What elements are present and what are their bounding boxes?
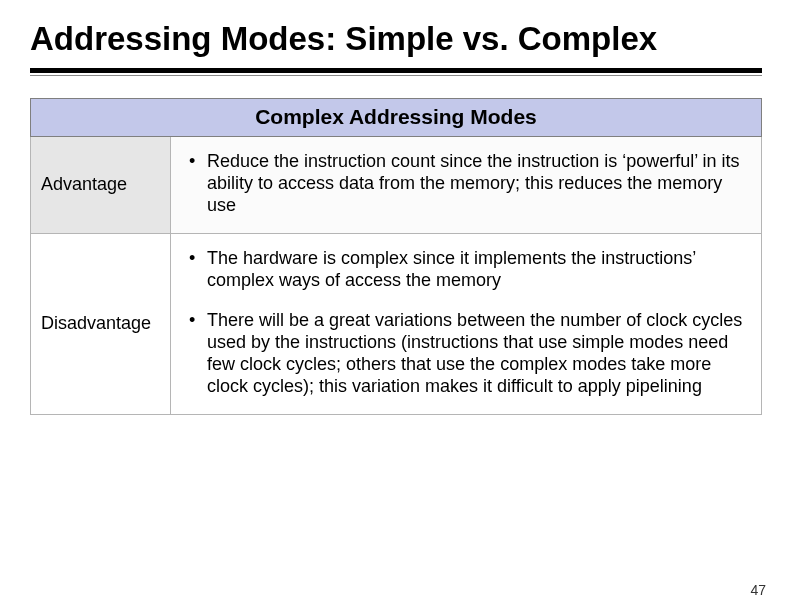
bullet-item: There will be a great variations between… <box>185 310 747 398</box>
bullet-item: The hardware is complex since it impleme… <box>185 248 747 292</box>
slide: Addressing Modes: Simple vs. Complex Com… <box>0 0 792 612</box>
row-content-disadvantage: The hardware is complex since it impleme… <box>171 233 762 414</box>
title-rule <box>30 68 762 76</box>
row-label-disadvantage: Disadvantage <box>31 233 171 414</box>
table-row: Advantage Reduce the instruction count s… <box>31 137 762 234</box>
bullet-list: Reduce the instruction count since the i… <box>185 151 747 217</box>
table-row: Disadvantage The hardware is complex sin… <box>31 233 762 414</box>
rule-thick <box>30 68 762 73</box>
slide-title: Addressing Modes: Simple vs. Complex <box>30 20 762 58</box>
bullet-list: The hardware is complex since it impleme… <box>185 248 747 398</box>
row-content-advantage: Reduce the instruction count since the i… <box>171 137 762 234</box>
modes-table: Complex Addressing Modes Advantage Reduc… <box>30 98 762 415</box>
table-header: Complex Addressing Modes <box>31 99 762 137</box>
row-label-advantage: Advantage <box>31 137 171 234</box>
page-number: 47 <box>750 582 766 598</box>
rule-thin <box>30 75 762 76</box>
bullet-item: Reduce the instruction count since the i… <box>185 151 747 217</box>
